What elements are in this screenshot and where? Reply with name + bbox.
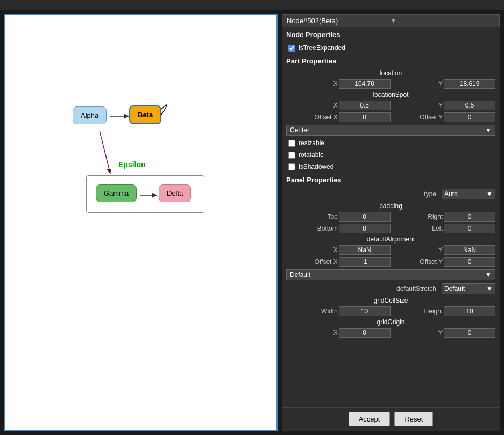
da-x-value[interactable]: NaN [339,245,391,255]
default-alignment-offset-row: Offset X -1 Offset Y 0 [282,256,500,268]
svg-line-3 [100,131,110,174]
go-y-label: Y [392,329,443,337]
location-y-label: Y [392,80,443,88]
is-tree-expanded-checkbox[interactable] [288,45,295,52]
bottom-bar: Accept Reset [282,407,500,431]
canvas-panel: Epsilon Alpha Beta Gamma Delta [4,14,278,431]
node-properties-header: Node Properties [282,27,500,42]
accept-button[interactable]: Accept [349,412,391,426]
gcs-height-value[interactable]: 10 [444,306,495,316]
is-tree-expanded-label: isTreeExpanded [299,44,345,52]
node-gamma[interactable]: Gamma [96,184,137,202]
panel-properties-header: Panel Properties [282,173,500,187]
lspot-x-label: X [286,102,338,109]
is-shadowed-checkbox[interactable] [288,163,295,170]
reset-button[interactable]: Reset [394,412,433,426]
grid-origin-row: X 0 Y 0 [282,327,500,339]
da-offset-x-label: Offset X [286,258,338,266]
bottom-label: Bottom [286,225,338,232]
props-panel: Node#502(Beta) ▼ Node Properties isTreeE… [282,14,500,431]
default-dropdown-value: Default [290,271,310,279]
offset-y-key: Offset Y [392,113,443,121]
default-stretch-row: defaultStretch Default ▼ [282,282,500,296]
is-shadowed-label: isShadowed [299,163,333,170]
location-spot-row: X 0.5 Y 0.5 [282,99,500,111]
center-dropdown-row: Center ▼ [282,123,500,137]
type-label: type [286,190,439,198]
node-alpha[interactable]: Alpha [73,106,107,124]
node-delta[interactable]: Delta [159,184,191,202]
da-offset-x-value[interactable]: -1 [339,257,391,267]
resizable-checkbox[interactable] [288,140,295,147]
gcs-width-value[interactable]: 10 [339,306,391,316]
lspot-y-label: Y [392,102,443,109]
location-y-value[interactable]: 18.619 [444,79,495,89]
left-value[interactable]: 0 [444,224,495,233]
location-x-value[interactable]: 104.70 [339,79,391,89]
padding-label: padding [282,201,500,211]
rotatable-checkbox[interactable] [288,152,295,159]
default-alignment-label: defaultAlignment [282,234,500,244]
diagram-svg [5,15,276,430]
default-stretch-dropdown[interactable]: Default ▼ [442,283,495,294]
node-selector-arrow: ▼ [391,18,495,24]
da-y-value[interactable]: NaN [444,245,495,255]
node-selector-label: Node#502(Beta) [287,17,391,25]
node-selector[interactable]: Node#502(Beta) ▼ [282,14,500,27]
default-stretch-arrow: ▼ [486,285,493,293]
go-x-value[interactable]: 0 [339,328,391,338]
part-properties-header: Part Properties [282,54,500,68]
top-bar [0,0,504,10]
diagram: Epsilon Alpha Beta Gamma Delta [5,15,276,430]
top-label: Top [286,213,338,220]
offset-row: Offset X 0 Offset Y 0 [282,111,500,123]
center-dropdown-value: Center [290,126,309,134]
props-scroll[interactable]: Node Properties isTreeExpanded Part Prop… [282,27,500,407]
resizable-row: resizable [282,137,500,149]
rotatable-row: rotatable [282,149,500,161]
default-stretch-label: defaultStretch [286,285,439,293]
resizable-label: resizable [299,139,324,147]
padding-top-right-row: Top 0 Right 0 [282,211,500,223]
center-dropdown[interactable]: Center ▼ [286,125,495,136]
da-y-label: Y [392,246,443,254]
go-y-value[interactable]: 0 [444,328,495,338]
offset-y-value[interactable]: 0 [444,112,495,122]
rotatable-label: rotatable [299,151,324,159]
lspot-x-value[interactable]: 0.5 [339,101,391,110]
padding-bottom-left-row: Bottom 0 Left 0 [282,223,500,234]
location-spot-label: locationSpot [282,90,500,99]
location-x-label: X [286,80,338,88]
epsilon-label: Epsilon [118,160,146,169]
top-value[interactable]: 0 [339,212,391,222]
grid-cell-size-label: gridCellSize [282,296,500,305]
location-label: location [282,68,500,78]
default-dropdown-arrow: ▼ [485,271,492,279]
main-area: Epsilon Alpha Beta Gamma Delta Node#502(… [0,10,504,435]
default-stretch-value: Default [444,285,465,293]
is-tree-expanded-row: isTreeExpanded [282,42,500,54]
gcs-width-label: Width [286,308,338,315]
da-offset-y-value[interactable]: 0 [444,257,495,267]
is-shadowed-row: isShadowed [282,161,500,173]
right-value[interactable]: 0 [444,212,495,222]
center-dropdown-arrow: ▼ [485,126,492,134]
lspot-y-value[interactable]: 0.5 [444,101,495,110]
type-value: Auto [444,190,458,198]
location-row: X 104.70 Y 18.619 [282,78,500,90]
node-beta[interactable]: Beta [129,105,161,124]
gcs-height-label: Height [392,308,443,315]
bottom-value[interactable]: 0 [339,224,391,233]
go-x-label: X [286,329,338,337]
offset-x-value[interactable]: 0 [339,112,391,122]
type-row: type Auto ▼ [282,187,500,201]
da-offset-y-label: Offset Y [392,258,443,266]
offset-x-label: Offset X [286,113,338,121]
default-alignment-xy-row: X NaN Y NaN [282,244,500,256]
default-dropdown-row: Default ▼ [282,268,500,282]
left-label: Left [392,225,443,232]
da-x-label: X [286,246,338,254]
default-dropdown[interactable]: Default ▼ [286,269,495,280]
type-arrow: ▼ [486,190,493,198]
type-dropdown[interactable]: Auto ▼ [442,189,495,199]
